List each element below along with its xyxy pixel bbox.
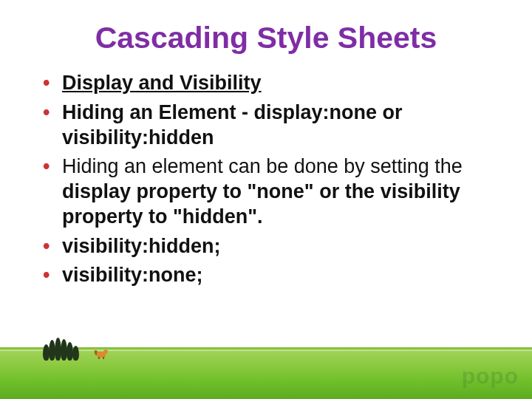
title-rest-2: tyle bbox=[277, 21, 338, 55]
slide-title: Cascading Style Sheets bbox=[0, 21, 532, 55]
list-item: visibility:hidden; bbox=[43, 234, 501, 259]
title-rest-3: heets bbox=[358, 21, 437, 55]
bullet-list: Display and Visibility Hiding an Element… bbox=[43, 71, 501, 288]
list-item: Hiding an Element - display:none or visi… bbox=[43, 100, 501, 151]
title-rest-1: ascading bbox=[117, 21, 256, 55]
list-item: Display and Visibility bbox=[43, 71, 501, 96]
watermark-text: popo bbox=[462, 364, 519, 389]
trees-decoration bbox=[43, 338, 78, 361]
title-cap-1: C bbox=[95, 21, 117, 55]
tree-icon bbox=[72, 346, 79, 361]
title-cap-2: S bbox=[256, 21, 276, 55]
bullet-2-text: Hiding an Element - display:none or visi… bbox=[62, 101, 403, 149]
title-cap-3: S bbox=[338, 21, 358, 55]
bullet-3-lead: Hiding an element can be done by setting… bbox=[62, 155, 463, 177]
bullet-3-bold: display property to "none" or the visibi… bbox=[62, 180, 460, 228]
slide: Cascading Style Sheets Display and Visib… bbox=[0, 0, 532, 399]
grass-ground-decoration bbox=[0, 347, 532, 399]
bullet-1-text: Display and Visibility bbox=[62, 72, 262, 94]
list-item: visibility:none; bbox=[43, 263, 501, 288]
list-item: Hiding an element can be done by setting… bbox=[43, 154, 501, 229]
slide-body: Display and Visibility Hiding an Element… bbox=[43, 71, 501, 293]
bullet-5-text: visibility:none; bbox=[62, 264, 203, 286]
animal-decoration bbox=[95, 347, 108, 359]
bullet-4-text: visibility:hidden; bbox=[62, 235, 221, 257]
